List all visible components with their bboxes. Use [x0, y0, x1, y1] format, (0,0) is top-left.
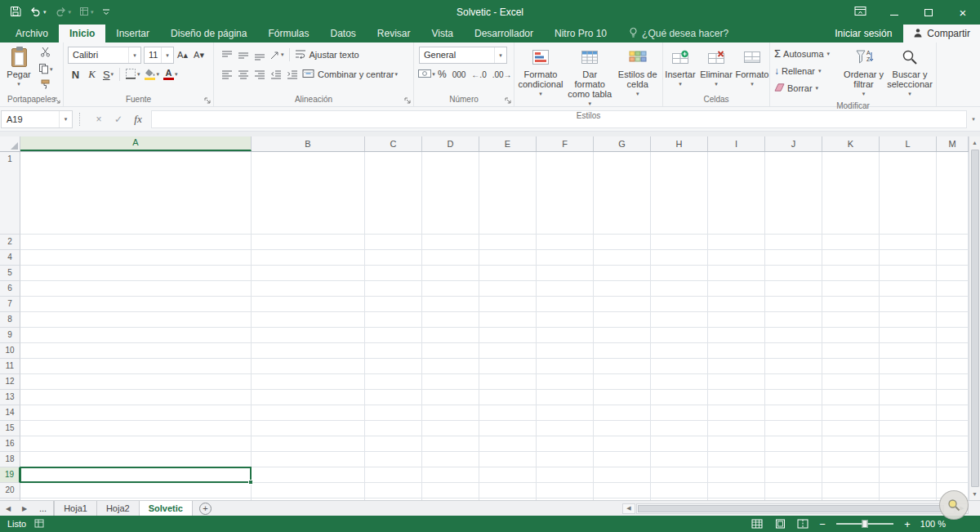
- cell-M18[interactable]: [937, 452, 969, 467]
- cell-L13[interactable]: [880, 390, 937, 405]
- align-top-button[interactable]: [219, 47, 234, 63]
- select-all-button[interactable]: [0, 136, 20, 151]
- alignment-dialog-launcher[interactable]: [403, 96, 412, 105]
- cell-F16[interactable]: [537, 436, 594, 452]
- cell-H7[interactable]: [651, 297, 708, 312]
- cell-filler[interactable]: [422, 498, 479, 500]
- cell-I20[interactable]: [708, 483, 765, 498]
- zoom-in-button[interactable]: +: [902, 518, 913, 530]
- cell-I11[interactable]: [708, 359, 765, 374]
- decrease-font-size-button[interactable]: A▾: [191, 47, 207, 63]
- cell-J6[interactable]: [765, 281, 822, 297]
- cell-J4[interactable]: [765, 250, 822, 266]
- cell-L6[interactable]: [880, 281, 937, 297]
- normal-view-button[interactable]: [748, 517, 766, 530]
- cell-filler[interactable]: [765, 498, 822, 500]
- row-header-16[interactable]: 16: [0, 436, 20, 452]
- cell-B6[interactable]: [252, 281, 365, 297]
- align-center-button[interactable]: [235, 66, 251, 83]
- bold-button[interactable]: N: [68, 66, 83, 83]
- cell-G19[interactable]: [594, 467, 651, 483]
- ribbon-tab-revisar[interactable]: Revisar: [367, 25, 421, 42]
- cell-F4[interactable]: [537, 250, 594, 266]
- cell-K2[interactable]: [822, 235, 880, 250]
- cell-A20[interactable]: [20, 483, 252, 498]
- cell-H12[interactable]: [651, 374, 708, 390]
- cell-H5[interactable]: [651, 266, 708, 281]
- cell-J7[interactable]: [765, 297, 822, 312]
- cell-A11[interactable]: [20, 359, 252, 374]
- cell-G18[interactable]: [594, 452, 651, 467]
- cell-J8[interactable]: [765, 312, 822, 328]
- maximize-button[interactable]: [911, 0, 946, 25]
- cell-M19[interactable]: [937, 467, 969, 483]
- cell-G10[interactable]: [594, 343, 651, 359]
- font-size-combo[interactable]: 11▾: [144, 47, 174, 64]
- cell-I19[interactable]: [708, 467, 765, 483]
- cell-I8[interactable]: [708, 312, 765, 328]
- fill-button[interactable]: ↓Rellenar▾: [773, 62, 841, 79]
- column-header-M[interactable]: M: [937, 136, 969, 151]
- cell-A7[interactable]: [20, 297, 252, 312]
- horizontal-scroll-track[interactable]: [636, 503, 955, 514]
- cell-H14[interactable]: [651, 405, 708, 421]
- insert-function-button[interactable]: fx: [128, 110, 148, 128]
- cell-G8[interactable]: [594, 312, 651, 328]
- new-sheet-button[interactable]: +: [199, 503, 212, 515]
- share-button[interactable]: Compartir: [903, 25, 980, 42]
- cell-K11[interactable]: [822, 359, 880, 374]
- zoom-out-button[interactable]: −: [817, 518, 828, 530]
- cell-M6[interactable]: [937, 281, 969, 297]
- cell-M2[interactable]: [937, 235, 969, 250]
- macro-record-icon[interactable]: [34, 519, 44, 530]
- cell-L12[interactable]: [880, 374, 937, 390]
- cell-J5[interactable]: [765, 266, 822, 281]
- cell-M14[interactable]: [937, 405, 969, 421]
- sign-in-link[interactable]: Iniciar sesión: [823, 28, 903, 39]
- cell-C16[interactable]: [365, 436, 422, 452]
- row-header-13[interactable]: 13: [0, 390, 20, 405]
- align-left-button[interactable]: [219, 66, 234, 83]
- cell-E15[interactable]: [479, 421, 537, 436]
- copy-button[interactable]: ▾: [37, 61, 55, 78]
- cell-H9[interactable]: [651, 328, 708, 343]
- cell-F18[interactable]: [537, 452, 594, 467]
- cell-C7[interactable]: [365, 297, 422, 312]
- cell-I14[interactable]: [708, 405, 765, 421]
- cell-D19[interactable]: [422, 467, 479, 483]
- cell-filler[interactable]: [20, 498, 252, 500]
- cell-B18[interactable]: [252, 452, 365, 467]
- sheet-overflow-indicator[interactable]: ...: [33, 501, 54, 516]
- cell-I7[interactable]: [708, 297, 765, 312]
- column-header-A[interactable]: A: [20, 136, 252, 151]
- ribbon-tab-vista[interactable]: Vista: [421, 25, 464, 42]
- cell-L11[interactable]: [880, 359, 937, 374]
- ribbon-tab-inicio[interactable]: Inicio: [59, 25, 105, 42]
- cell-filler[interactable]: [479, 498, 537, 500]
- column-header-K[interactable]: K: [822, 136, 880, 151]
- cell-G11[interactable]: [594, 359, 651, 374]
- cell-L7[interactable]: [880, 297, 937, 312]
- cell-C4[interactable]: [365, 250, 422, 266]
- row-header-1[interactable]: 1: [0, 152, 20, 235]
- cut-button[interactable]: [37, 45, 55, 61]
- touch-mode-button[interactable]: ▾: [75, 2, 98, 22]
- vertical-scroll-thumb[interactable]: [971, 150, 979, 487]
- cell-F10[interactable]: [537, 343, 594, 359]
- cell-J1[interactable]: [765, 152, 822, 235]
- zoom-slider[interactable]: [836, 523, 893, 525]
- cell-F15[interactable]: [537, 421, 594, 436]
- cell-G7[interactable]: [594, 297, 651, 312]
- cell-F1[interactable]: [537, 152, 594, 235]
- cell-F7[interactable]: [537, 297, 594, 312]
- cell-K18[interactable]: [822, 452, 880, 467]
- cell-F11[interactable]: [537, 359, 594, 374]
- cell-H10[interactable]: [651, 343, 708, 359]
- cell-E12[interactable]: [479, 374, 537, 390]
- cell-C19[interactable]: [365, 467, 422, 483]
- cell-A12[interactable]: [20, 374, 252, 390]
- cell-M13[interactable]: [937, 390, 969, 405]
- cell-J16[interactable]: [765, 436, 822, 452]
- cell-G15[interactable]: [594, 421, 651, 436]
- cell-K6[interactable]: [822, 281, 880, 297]
